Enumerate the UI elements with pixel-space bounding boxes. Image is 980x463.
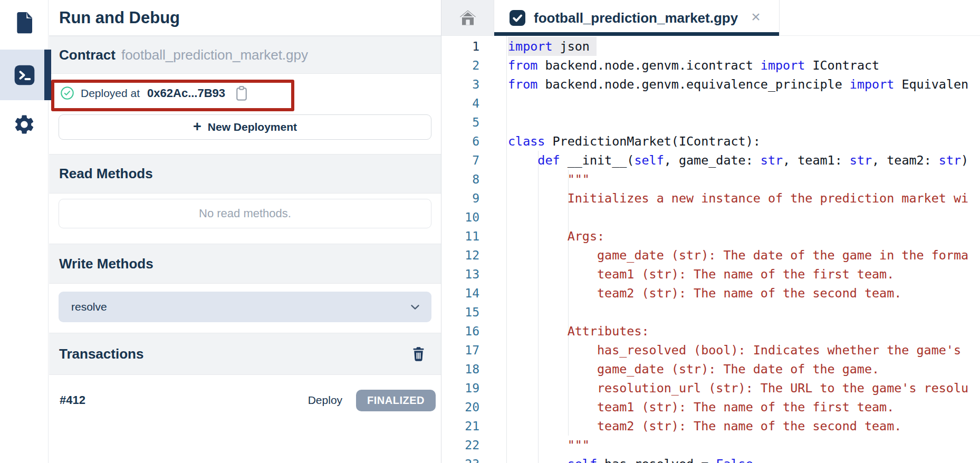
line-number: 7 bbox=[441, 151, 506, 170]
transaction-type: Deploy bbox=[308, 394, 342, 407]
code-line[interactable]: """ bbox=[508, 170, 980, 189]
terminal-icon bbox=[13, 64, 36, 89]
code-line[interactable]: Attributes: bbox=[508, 322, 980, 341]
run-and-debug-panel: Run and Debug Contract football_predicti… bbox=[49, 0, 441, 463]
line-number: 6 bbox=[441, 132, 506, 151]
code-editor: football_prediction_market.gpy × 1234567… bbox=[441, 0, 980, 463]
check-circle-icon bbox=[60, 86, 74, 100]
line-number: 21 bbox=[441, 417, 506, 436]
code-line[interactable]: team2 (str): The name of the second team… bbox=[508, 417, 980, 436]
line-numbers: 1234567891011121314151617181920212223 bbox=[441, 36, 507, 463]
clear-transactions-button[interactable] bbox=[412, 346, 425, 362]
sidebar-item-settings[interactable] bbox=[0, 113, 49, 138]
line-number: 11 bbox=[441, 227, 506, 246]
tab-title: football_prediction_market.gpy bbox=[534, 10, 738, 26]
code-line[interactable] bbox=[508, 113, 980, 132]
code-line[interactable]: team2 (str): The name of the second team… bbox=[508, 284, 980, 303]
code-line[interactable]: class PredictionMarket(IContract): bbox=[508, 132, 980, 151]
deployed-status-row: Deployed at 0x62Ac...7B93 bbox=[49, 74, 441, 112]
gear-icon bbox=[13, 113, 36, 138]
code-line[interactable]: self.has_resolved = False bbox=[508, 455, 980, 463]
code-line[interactable]: game_date (str): The date of the game in… bbox=[508, 246, 980, 265]
transactions-header-row: Transactions bbox=[49, 333, 441, 375]
line-number: 23 bbox=[441, 455, 506, 463]
code-area[interactable]: 1234567891011121314151617181920212223 im… bbox=[441, 36, 980, 463]
method-select-dropdown[interactable]: resolve bbox=[59, 292, 431, 322]
page-title: Run and Debug bbox=[49, 0, 441, 36]
deployed-at-label: Deployed at bbox=[81, 87, 140, 100]
tab-bar-empty-area bbox=[780, 0, 980, 36]
code-line[interactable] bbox=[508, 94, 980, 113]
trash-icon bbox=[412, 346, 425, 362]
sidebar-item-files[interactable] bbox=[0, 11, 49, 36]
transaction-row[interactable]: #412 Deploy FINALIZED bbox=[49, 377, 441, 424]
code-line[interactable]: from backend.node.genvm.icontract import… bbox=[508, 56, 980, 75]
file-icon bbox=[14, 11, 35, 36]
code-line[interactable]: Initializes a new instance of the predic… bbox=[508, 189, 980, 208]
line-number: 5 bbox=[441, 113, 506, 132]
file-check-icon bbox=[508, 8, 527, 27]
line-number: 9 bbox=[441, 189, 506, 208]
write-methods-header: Write Methods bbox=[49, 244, 441, 284]
code-line[interactable]: team1 (str): The name of the first team. bbox=[508, 398, 980, 417]
new-deployment-button[interactable]: + New Deployment bbox=[59, 114, 431, 140]
line-number: 20 bbox=[441, 398, 506, 417]
line-number: 14 bbox=[441, 284, 506, 303]
line-number: 13 bbox=[441, 265, 506, 284]
clipboard-icon bbox=[235, 85, 248, 101]
code-line[interactable] bbox=[508, 208, 980, 227]
line-number: 17 bbox=[441, 341, 506, 360]
contract-filename: football_prediction_market.gpy bbox=[121, 47, 308, 63]
contract-address: 0x62Ac...7B93 bbox=[147, 86, 225, 100]
read-methods-header: Read Methods bbox=[49, 154, 441, 194]
line-number: 22 bbox=[441, 436, 506, 455]
line-number: 18 bbox=[441, 360, 506, 379]
close-icon[interactable]: × bbox=[751, 8, 761, 26]
tab-bar: football_prediction_market.gpy × bbox=[441, 0, 980, 36]
line-number: 2 bbox=[441, 56, 506, 75]
copy-address-button[interactable] bbox=[235, 85, 248, 101]
code-line[interactable]: team1 (str): The name of the first team. bbox=[508, 265, 980, 284]
sidebar-item-run-and-debug[interactable] bbox=[0, 64, 49, 89]
line-number: 8 bbox=[441, 170, 506, 189]
code-line[interactable]: import json bbox=[508, 37, 980, 56]
no-read-methods-box: No read methods. bbox=[59, 199, 431, 228]
line-number: 15 bbox=[441, 303, 506, 322]
code-line[interactable]: from backend.node.genvm.equivalence_prin… bbox=[508, 75, 980, 94]
code-lines: import jsonfrom backend.node.genvm.icont… bbox=[508, 37, 980, 463]
code-line[interactable]: has_resolved (bool): Indicates whether t… bbox=[508, 341, 980, 360]
contract-section-header: Contract football_prediction_market.gpy bbox=[49, 36, 441, 74]
home-icon bbox=[459, 9, 477, 26]
line-number: 3 bbox=[441, 75, 506, 94]
activity-bar bbox=[0, 0, 49, 463]
code-line[interactable] bbox=[508, 303, 980, 322]
home-button[interactable] bbox=[441, 0, 494, 36]
code-line[interactable]: resolution_url (str): The URL to the gam… bbox=[508, 379, 980, 398]
new-deployment-label: New Deployment bbox=[208, 121, 297, 133]
app-window: Run and Debug Contract football_predicti… bbox=[0, 0, 980, 463]
line-number: 1 bbox=[441, 37, 506, 56]
line-number: 12 bbox=[441, 246, 506, 265]
status-badge: FINALIZED bbox=[356, 390, 436, 411]
transactions-header: Transactions bbox=[59, 346, 143, 362]
active-tab-underline bbox=[494, 32, 779, 36]
line-number: 4 bbox=[441, 94, 506, 113]
tab-football-prediction-market[interactable]: football_prediction_market.gpy × bbox=[494, 0, 780, 36]
active-item-indicator bbox=[44, 50, 51, 100]
line-number: 10 bbox=[441, 208, 506, 227]
chevron-down-icon bbox=[408, 300, 422, 314]
selected-method-label: resolve bbox=[71, 301, 107, 313]
code-line[interactable]: Args: bbox=[508, 227, 980, 246]
transaction-id: #412 bbox=[60, 393, 85, 407]
code-line[interactable]: """ bbox=[508, 436, 980, 455]
code-line[interactable]: def __init__(self, game_date: str, team1… bbox=[508, 151, 980, 170]
code-line[interactable]: game_date (str): The date of the game. bbox=[508, 360, 980, 379]
line-number: 16 bbox=[441, 322, 506, 341]
plus-icon: + bbox=[193, 120, 201, 134]
contract-label: Contract bbox=[59, 47, 116, 63]
line-number: 19 bbox=[441, 379, 506, 398]
